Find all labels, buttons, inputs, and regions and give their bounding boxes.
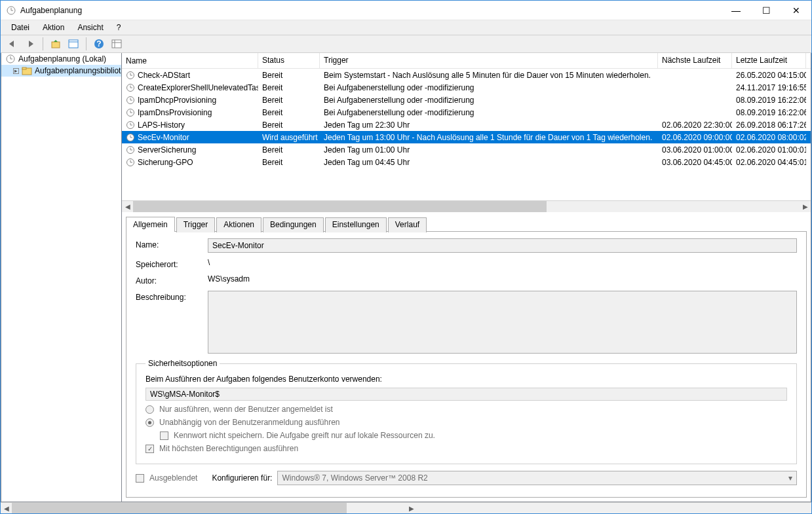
radio-logged-on[interactable] xyxy=(145,405,154,414)
scroll-left-button[interactable]: ◀ xyxy=(122,201,133,212)
col-name[interactable]: Name xyxy=(122,53,258,68)
task-next: 03.06.2020 04:45:00 xyxy=(658,157,732,168)
security-account-value: WS\gMSA-Monitor$ xyxy=(145,388,787,401)
tab-conditions[interactable]: Bedingungen xyxy=(263,217,324,232)
label-desc: Beschreibung: xyxy=(136,291,208,302)
table-row[interactable]: IpamDhcpProvisioningBereitBei Aufgabener… xyxy=(122,94,811,106)
task-next xyxy=(658,87,732,88)
task-icon xyxy=(126,83,135,92)
views-button[interactable] xyxy=(109,37,125,51)
hscroll[interactable]: ◀ ▶ xyxy=(122,200,811,211)
label-config: Konfigurieren für: xyxy=(212,473,272,483)
svg-text:?: ? xyxy=(96,39,101,48)
task-status: Bereit xyxy=(258,83,320,93)
table-row[interactable]: ServerSicherungBereitJeden Tag um 01:00 … xyxy=(122,143,811,156)
config-select[interactable]: Windows® 7, Windows Server™ 2008 R2 ▾ xyxy=(277,471,797,485)
task-next xyxy=(658,75,732,76)
table-row[interactable]: IpamDnsProvisioningBereitBei Aufgabeners… xyxy=(122,106,811,119)
tree-library[interactable]: ▸ Aufgabenplanungsbibliot xyxy=(1,65,121,77)
label-location: Speicherort: xyxy=(136,258,208,269)
help-button[interactable]: ? xyxy=(91,37,107,51)
close-button[interactable]: ✕ xyxy=(781,1,811,20)
desc-field[interactable] xyxy=(208,291,797,354)
label-nopwd: Kennwort nicht speichern. Die Aufgabe gr… xyxy=(174,431,435,440)
check-nopwd[interactable] xyxy=(160,431,168,440)
menu-file[interactable]: Datei xyxy=(6,22,35,33)
col-next[interactable]: Nächste Laufzeit xyxy=(658,53,732,68)
tree-root[interactable]: Aufgabenplanung (Lokal) xyxy=(1,53,121,65)
task-last: 26.09.2018 06:17:26 xyxy=(732,120,806,130)
task-last: 08.09.2019 16:22:06 xyxy=(732,95,806,105)
label-logged-on: Nur ausführen, wenn der Benutzer angemel… xyxy=(159,405,333,414)
table-row[interactable]: CreateExplorerShellUnelevatedTaskBereitB… xyxy=(122,81,811,94)
tree-scroll-left[interactable]: ◀ xyxy=(1,503,12,514)
expand-icon[interactable]: ▸ xyxy=(13,68,19,74)
tab-history[interactable]: Verlauf xyxy=(388,217,427,232)
table-row[interactable]: Sicherung-GPOBereitJeden Tag um 04:45 Uh… xyxy=(122,156,811,168)
tree-hscroll[interactable]: ◀ ▶ xyxy=(1,502,811,513)
menu-action[interactable]: Aktion xyxy=(37,22,69,33)
task-next: 03.06.2020 01:00:00 xyxy=(658,145,732,155)
toolbar: ? xyxy=(1,35,811,53)
window-title: Aufgabenplanung xyxy=(20,6,721,15)
scroll-thumb[interactable] xyxy=(133,201,547,212)
task-name: ServerSicherung xyxy=(138,145,196,155)
col-trigger[interactable]: Trigger xyxy=(320,53,658,68)
check-hidden[interactable] xyxy=(136,474,144,483)
task-last: 08.09.2019 16:22:06 xyxy=(732,107,806,118)
task-icon xyxy=(126,71,135,80)
task-trigger: Bei Aufgabenerstellung oder -modifizieru… xyxy=(320,83,658,93)
minimize-button[interactable]: — xyxy=(721,1,751,20)
col-status[interactable]: Status xyxy=(258,53,320,68)
titlebar[interactable]: Aufgabenplanung — ☐ ✕ xyxy=(1,1,811,20)
menu-help[interactable]: ? xyxy=(111,22,126,33)
task-list: Name Status Trigger Nächste Laufzeit Let… xyxy=(122,53,811,212)
task-icon xyxy=(126,108,135,117)
label-any: Unabhängig von der Benutzeranmeldung aus… xyxy=(159,418,340,427)
radio-any[interactable] xyxy=(145,418,154,427)
task-name: Check-ADStart xyxy=(138,71,190,80)
main-pane: Name Status Trigger Nächste Laufzeit Let… xyxy=(122,53,811,502)
menu-view[interactable]: Ansicht xyxy=(72,22,108,33)
tab-settings[interactable]: Einstellungen xyxy=(325,217,387,232)
security-account-label: Beim Ausführen der Aufgaben folgendes Be… xyxy=(145,375,787,384)
table-row[interactable]: SecEv-MonitorWird ausgeführtJeden Tag um… xyxy=(122,131,811,143)
task-next xyxy=(658,100,732,101)
app-icon xyxy=(6,5,16,16)
task-status: Bereit xyxy=(258,95,320,105)
task-next xyxy=(658,112,732,113)
task-last: 02.06.2020 08:00:02 xyxy=(732,132,806,143)
table-row[interactable]: Check-ADStartBereitBeim Systemstart - Na… xyxy=(122,69,811,81)
forward-button[interactable] xyxy=(22,37,38,51)
task-last: 02.06.2020 01:00:01 xyxy=(732,145,806,155)
task-trigger: Bei Aufgabenerstellung oder -modifizieru… xyxy=(320,95,658,105)
back-button[interactable] xyxy=(5,37,20,51)
security-legend: Sicherheitsoptionen xyxy=(145,359,220,368)
label-highest: Mit höchsten Berechtigungen ausführen xyxy=(159,444,298,453)
tree-scroll-right[interactable]: ▶ xyxy=(406,503,417,514)
scroll-right-button[interactable]: ▶ xyxy=(800,201,811,212)
maximize-button[interactable]: ☐ xyxy=(751,1,781,20)
task-icon xyxy=(126,96,135,105)
task-last: 26.05.2020 04:15:00 xyxy=(732,70,806,81)
task-name: SecEv-Monitor xyxy=(138,133,189,142)
task-next: 02.06.2020 22:30:00 xyxy=(658,120,732,130)
chevron-down-icon: ▾ xyxy=(788,473,792,483)
check-highest[interactable] xyxy=(145,445,154,453)
tree-library-label: Aufgabenplanungsbibliot xyxy=(35,66,121,75)
task-last: 24.11.2017 19:16:55 xyxy=(732,83,806,93)
table-row[interactable]: LAPS-HistoryBereitJeden Tag um 22:30 Uhr… xyxy=(122,119,811,131)
task-next: 02.06.2020 09:00:00 xyxy=(658,132,732,143)
up-button[interactable] xyxy=(48,37,64,51)
menubar: Datei Aktion Ansicht ? xyxy=(1,20,811,35)
properties-button[interactable] xyxy=(66,37,81,51)
col-last[interactable]: Letzte Laufzeit xyxy=(732,53,806,68)
task-status: Bereit xyxy=(258,70,320,81)
task-trigger: Jeden Tag um 22:30 Uhr xyxy=(320,120,658,130)
task-icon xyxy=(126,145,135,155)
tab-actions[interactable]: Aktionen xyxy=(216,217,261,232)
task-last: 02.06.2020 04:45:01 xyxy=(732,157,806,168)
tab-general[interactable]: Allgemein xyxy=(126,217,175,232)
tab-triggers[interactable]: Trigger xyxy=(176,217,216,232)
name-field[interactable] xyxy=(208,238,797,253)
